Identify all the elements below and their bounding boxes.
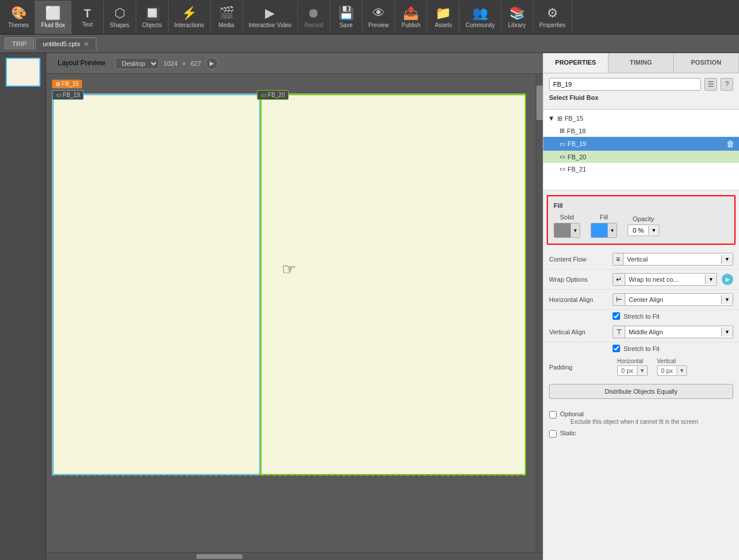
toolbar-library[interactable]: 📚 Library [501, 1, 533, 34]
solid-color-picker[interactable]: ▼ [554, 223, 580, 238]
play-button[interactable]: ▶ [206, 57, 218, 70]
canvas-scroll[interactable]: ⊞ FB_15 ▭ FB_19 ▭ FB_20 ☞ [46, 74, 536, 552]
tree-item-fb19[interactable]: ▭ FB_19 🗑 [543, 137, 739, 151]
fill-label: Fill [600, 214, 608, 221]
help-icon-btn[interactable]: ? [721, 78, 733, 91]
tree-item-fb15[interactable]: ▼ ⊞ FB_15 [543, 112, 739, 125]
fill-swatch [591, 223, 607, 237]
distribute-objects-btn[interactable]: Distribute Objects Equally [549, 384, 733, 399]
padding-v-select[interactable]: 0 px ▼ [657, 365, 688, 376]
vertical-align-select[interactable]: ⊤ Middle Align ▼ [613, 326, 733, 338]
fill-dropdown-arrow[interactable]: ▼ [607, 223, 617, 237]
toolbar-publish[interactable]: 📤 Publish [395, 1, 427, 34]
padding-v-arrow[interactable]: ▼ [677, 367, 687, 375]
opacity-dropdown-arrow[interactable]: ▼ [648, 226, 659, 235]
expand-icon-fb15: ▼ [548, 114, 555, 122]
h-stretch-checkbox[interactable] [613, 312, 620, 320]
fb19-label[interactable]: ▭ FB_19 [52, 90, 84, 100]
content-flow-value: Vertical [624, 254, 721, 264]
fb20-icon: ▭ [261, 92, 266, 98]
toolbar-fluid-box[interactable]: ⬜ Fluid Box [35, 1, 72, 34]
main-area: Layout Preview Desktop 1024 × 627 ▶ ⊞ FB… [0, 53, 739, 560]
tab-timing[interactable]: TIMING [609, 53, 674, 73]
id-input[interactable] [549, 78, 701, 91]
toolbar-themes[interactable]: 🎨 Themes [2, 1, 35, 34]
optional-section: Optional Exclude this object when it can… [543, 404, 739, 445]
slide-panel [0, 53, 46, 560]
optional-description: Exclude this object when it cannot fit i… [560, 419, 698, 425]
padding-vertical: Vertical 0 px ▼ [657, 358, 688, 376]
toolbar-properties[interactable]: ⚙ Properties [533, 1, 572, 34]
tab-properties[interactable]: PROPERTIES [543, 53, 609, 73]
tree-item-fb20[interactable]: ▭ FB_20 [543, 151, 739, 163]
panel-tabs: PROPERTIES TIMING POSITION [543, 53, 739, 73]
valign-arrow: ▼ [721, 327, 733, 337]
content-flow-select[interactable]: ≡ Vertical ▼ [613, 253, 733, 266]
solid-swatch [554, 223, 570, 237]
toolbar-record[interactable]: ⏺ Record [298, 1, 330, 34]
static-checkbox[interactable] [549, 430, 557, 438]
halign-arrow: ▼ [721, 295, 733, 304]
fb21-tree-icon: ▭ [559, 165, 565, 173]
toolbar-assets[interactable]: 📁 Assets [427, 1, 460, 34]
wrap-options-select[interactable]: ↵ Wrap to next co... ▼ [613, 273, 717, 286]
solid-dropdown-arrow[interactable]: ▼ [570, 223, 580, 237]
canvas-height: 627 [191, 60, 201, 67]
interactive-video-icon: ▶ [265, 6, 275, 21]
tree-item-fb21[interactable]: ▭ FB_21 [543, 163, 739, 175]
tab-bar: TRIP untitled5.cptx ✕ [0, 35, 739, 53]
toolbar-media[interactable]: 🎬 Media [211, 1, 243, 34]
horizontal-scrollbar[interactable] [46, 552, 543, 560]
toolbar-interactive-video[interactable]: ▶ Interactive Video [243, 1, 298, 34]
text-icon: T [84, 7, 91, 20]
toolbar-objects[interactable]: 🔲 Objects [136, 1, 169, 34]
publish-icon: 📤 [403, 6, 419, 21]
id-section: ☰ ? Select Fluid Box [543, 73, 739, 110]
vertical-align-row: Vertical Align ⊤ Middle Align ▼ [543, 322, 739, 342]
fb20-label[interactable]: ▭ FB_20 [257, 90, 289, 100]
fb20-tree-icon: ▭ [559, 153, 565, 160]
fb15-label[interactable]: ⊞ FB_15 [52, 80, 82, 88]
wrap-options-row: Wrap Options ↵ Wrap to next co... ▼ ▶ [543, 270, 739, 290]
media-icon: 🎬 [219, 6, 234, 21]
main-toolbar: 🎨 Themes ⬜ Fluid Box T Text ⬡ Shapes 🔲 O… [0, 0, 739, 35]
toolbar-save[interactable]: 💾 Save [330, 1, 363, 34]
layout-select[interactable]: Desktop [115, 58, 159, 69]
objects-icon: 🔲 [144, 6, 160, 21]
tree-item-fb18[interactable]: ⊞ FB_18 [543, 125, 739, 137]
padding-h-arrow[interactable]: ▼ [637, 367, 647, 375]
tab-close-icon[interactable]: ✕ [84, 40, 89, 48]
solid-label: Solid [560, 214, 574, 221]
tab-untitled5[interactable]: untitled5.cptx ✕ [35, 38, 96, 50]
toolbar-text[interactable]: T Text [72, 1, 104, 34]
tab-trip[interactable]: TRIP [5, 38, 34, 50]
optional-checkbox[interactable] [549, 411, 557, 419]
interactions-icon: ⚡ [181, 6, 197, 21]
canvas-fb20-box [260, 94, 526, 475]
canvas-scrollbar[interactable] [536, 74, 543, 552]
fb15-tree-icon: ⊞ [557, 115, 562, 122]
horizontal-align-row: Horizontal Align ⊢ Center Align ▼ [543, 290, 739, 310]
h-stretch-row: Stretch to Fit [543, 310, 739, 322]
padding-horizontal: Horizontal 0 px ▼ [617, 358, 648, 376]
tab-position[interactable]: POSITION [674, 53, 739, 73]
v-stretch-row: Stretch to Fit [543, 342, 739, 354]
static-label: Static [560, 430, 576, 436]
list-icon-btn[interactable]: ☰ [704, 78, 717, 91]
v-stretch-checkbox[interactable] [613, 345, 620, 352]
padding-row: Padding Horizontal 0 px ▼ Vertical 0 px … [543, 354, 739, 379]
toolbar-shapes[interactable]: ⬡ Shapes [104, 1, 136, 34]
toolbar-interactions[interactable]: ⚡ Interactions [169, 1, 211, 34]
slide-thumb-1[interactable] [6, 58, 40, 87]
horizontal-align-label: Horizontal Align [549, 296, 613, 303]
vertical-align-value: Middle Align [625, 327, 721, 337]
toolbar-preview[interactable]: 👁 Preview [363, 1, 395, 34]
canvas-width: 1024 [163, 60, 177, 67]
fill-color-picker[interactable]: ▼ [591, 223, 617, 238]
delete-fb19-btn[interactable]: 🗑 [726, 139, 734, 148]
horizontal-align-select[interactable]: ⊢ Center Align ▼ [613, 293, 733, 306]
toolbar-community[interactable]: 👥 Community [460, 1, 501, 34]
wrap-play-btn[interactable]: ▶ [722, 274, 733, 285]
padding-h-select[interactable]: 0 px ▼ [617, 365, 648, 376]
v-stretch-label: Stretch to Fit [624, 345, 659, 352]
